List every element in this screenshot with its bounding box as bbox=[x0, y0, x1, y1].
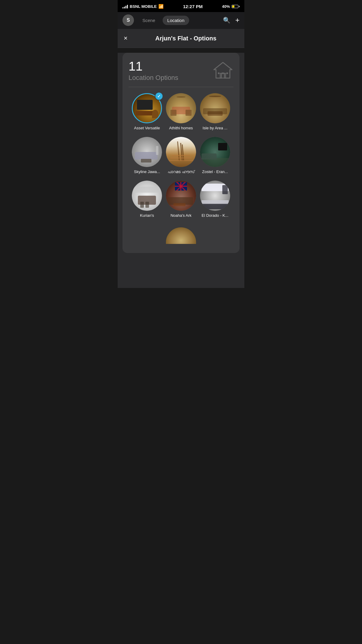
avatar bbox=[166, 137, 196, 167]
avatar bbox=[200, 137, 230, 167]
avatar-wrap bbox=[200, 137, 230, 167]
main-content: 11 Location Options bbox=[118, 53, 244, 288]
nav-tabs: Scene Location bbox=[138, 16, 219, 25]
modal-title: Arjun's Flat - Options bbox=[133, 35, 238, 42]
divider bbox=[129, 87, 233, 87]
avatar-wrap bbox=[132, 137, 162, 167]
avatar bbox=[132, 181, 162, 211]
location-name: El Dorado - K... bbox=[202, 213, 228, 218]
nav-icons: 🔍 + bbox=[223, 16, 240, 24]
avatar-wrap bbox=[200, 93, 230, 123]
selected-check-icon: ✓ bbox=[155, 92, 163, 100]
signal-icon bbox=[122, 4, 128, 8]
svg-point-3 bbox=[226, 72, 228, 74]
stats-info: 11 Location Options bbox=[129, 60, 178, 82]
location-options-label: Location Options bbox=[129, 74, 178, 82]
list-item[interactable]: Athithi homes bbox=[166, 93, 197, 131]
wifi-icon: 📶 bbox=[158, 4, 164, 9]
battery-percent: 40% bbox=[222, 4, 230, 9]
avatar bbox=[166, 93, 196, 123]
location-name: പാറമട ഹൗസ് bbox=[168, 169, 194, 175]
battery-info: 40% bbox=[222, 4, 240, 9]
location-name: Zostel - Eran... bbox=[202, 169, 228, 175]
carrier-info: BSNL MOBILE 📶 bbox=[122, 4, 164, 9]
location-name: Noaha's Ark bbox=[170, 213, 192, 218]
add-icon[interactable]: + bbox=[235, 16, 240, 24]
svg-point-1 bbox=[218, 72, 220, 74]
location-count: 11 bbox=[129, 60, 178, 73]
list-item[interactable]: ✓ Asset Versatile bbox=[132, 93, 163, 131]
close-button[interactable]: × bbox=[124, 34, 133, 42]
nav-bar: S Scene Location 🔍 + bbox=[118, 12, 244, 29]
avatar-wrap bbox=[200, 181, 230, 211]
status-bar: BSNL MOBILE 📶 12:27 PM 40% bbox=[118, 0, 244, 12]
partial-row bbox=[129, 224, 233, 247]
avatar-wrap bbox=[166, 93, 196, 123]
avatar bbox=[200, 93, 230, 123]
list-item[interactable]: പാറമട ഹൗസ് bbox=[166, 137, 197, 175]
list-item[interactable]: Skyline Jawa... bbox=[132, 137, 163, 175]
battery-icon bbox=[232, 5, 240, 8]
search-icon[interactable]: 🔍 bbox=[223, 17, 230, 24]
stats-card: 11 Location Options bbox=[122, 53, 240, 253]
list-item[interactable]: Noaha's Ark bbox=[166, 181, 197, 218]
location-name: Asset Versatile bbox=[134, 126, 160, 131]
location-name: Skyline Jawa... bbox=[134, 169, 160, 175]
tab-location[interactable]: Location bbox=[163, 16, 189, 25]
avatar-wrap bbox=[166, 137, 196, 167]
modal-header: × Arjun's Flat - Options bbox=[118, 29, 244, 48]
location-name: Athithi homes bbox=[169, 126, 193, 131]
avatar bbox=[132, 137, 162, 167]
list-item[interactable]: Kurian's bbox=[132, 181, 163, 218]
location-name: Kurian's bbox=[140, 213, 154, 218]
list-item[interactable] bbox=[166, 227, 196, 244]
svg-point-2 bbox=[222, 72, 224, 74]
avatar bbox=[166, 181, 196, 211]
stats-header: 11 Location Options bbox=[129, 60, 233, 82]
list-item[interactable]: El Dorado - K... bbox=[199, 181, 230, 218]
avatar-wrap bbox=[166, 181, 196, 211]
tab-scene[interactable]: Scene bbox=[138, 16, 160, 25]
avatar-wrap bbox=[132, 181, 162, 211]
user-avatar[interactable]: S bbox=[122, 14, 134, 26]
list-item[interactable]: Zostel - Eran... bbox=[199, 137, 230, 175]
location-grid: ✓ Asset Versatile bbox=[129, 93, 233, 218]
status-time: 12:27 PM bbox=[183, 4, 203, 9]
list-item[interactable]: Isle by Area ... bbox=[199, 93, 230, 131]
carrier-label: BSNL MOBILE bbox=[130, 4, 157, 9]
house-icon bbox=[212, 60, 233, 82]
location-name: Isle by Area ... bbox=[202, 126, 227, 131]
avatar-wrap: ✓ bbox=[132, 93, 162, 123]
avatar bbox=[200, 181, 230, 211]
